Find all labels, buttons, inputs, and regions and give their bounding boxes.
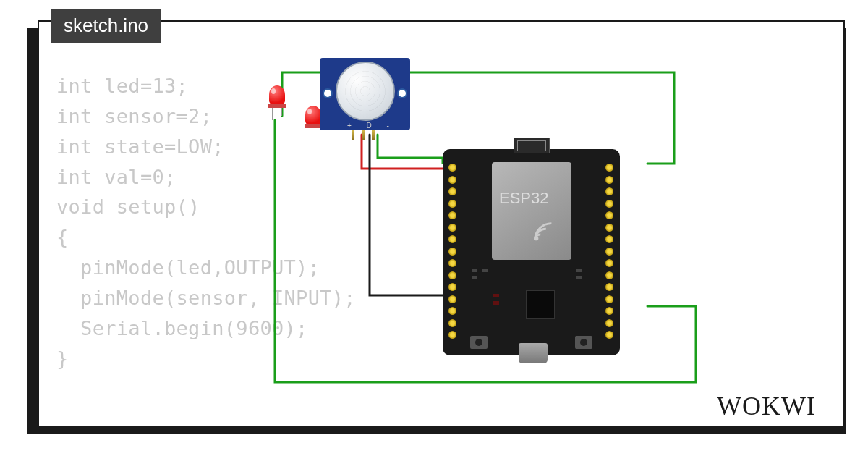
smd-component: [482, 269, 488, 272]
led-bulb-icon: [305, 106, 321, 124]
pir-pin-vcc: [352, 130, 354, 140]
pir-mount-hole: [397, 88, 407, 98]
pir-pin-gnd: [372, 130, 375, 140]
led-component[interactable]: [269, 85, 286, 108]
espressif-logo-icon: [529, 218, 557, 245]
smd-component: [493, 301, 499, 305]
pir-mount-hole: [323, 88, 333, 98]
pir-dome-icon: [336, 62, 395, 121]
led-leg-cathode: [281, 107, 282, 116]
esp32-chip-label: ESP32: [499, 189, 549, 208]
esp32-pins-left: [448, 164, 457, 339]
pir-pin-labels: + D -: [347, 122, 396, 130]
file-tab-label: sketch.ino: [64, 14, 148, 36]
esp32-board[interactable]: ESP32: [443, 149, 620, 366]
file-tab[interactable]: sketch.ino: [51, 9, 161, 43]
pir-pin-data: [362, 130, 365, 140]
esp32-pins-right: [605, 164, 614, 339]
esp32-usb-port-icon: [519, 343, 548, 363]
esp32-antenna-icon: [514, 138, 550, 153]
svg-point-0: [535, 237, 539, 241]
smd-component: [493, 294, 499, 297]
esp32-boot-button[interactable]: [575, 336, 592, 349]
smd-component: [576, 269, 582, 272]
led-legs: [272, 107, 282, 120]
smd-component: [472, 269, 477, 272]
smd-component: [576, 276, 582, 279]
pir-pins: [352, 130, 375, 140]
smd-component: [472, 276, 477, 279]
esp32-shield: [492, 162, 571, 260]
pir-sensor[interactable]: + D -: [320, 58, 410, 134]
esp32-en-button[interactable]: [470, 336, 488, 349]
component-layer: + D - ESP32: [38, 20, 845, 427]
led-leg-anode: [272, 107, 273, 120]
esp32-secondary-chip: [526, 290, 555, 319]
led-base: [268, 104, 286, 108]
led-bulb-icon: [269, 85, 285, 104]
